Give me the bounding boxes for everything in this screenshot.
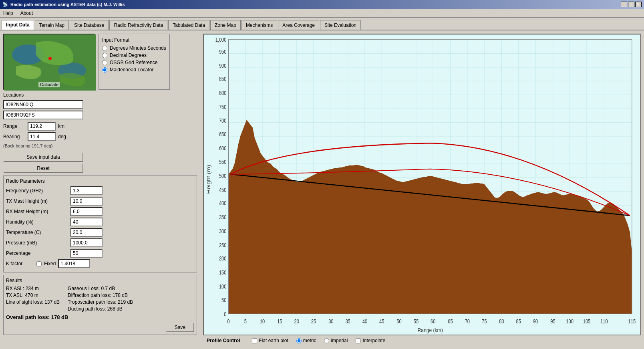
humidity-input[interactable] bbox=[70, 218, 103, 226]
svg-text:100: 100 bbox=[219, 283, 226, 290]
svg-text:450: 450 bbox=[219, 186, 226, 193]
radio-osgb[interactable]: OSGB Grid Reference bbox=[102, 60, 166, 65]
map-image[interactable]: Calculate bbox=[3, 34, 95, 90]
rx-asl: RX ASL: 234 m bbox=[6, 286, 60, 291]
kfactor-fixed-checkbox[interactable] bbox=[36, 261, 42, 266]
pressure-input[interactable] bbox=[70, 238, 103, 247]
profile-control: Profile Control Flat earth plot metric i… bbox=[203, 335, 641, 346]
svg-text:65: 65 bbox=[448, 318, 453, 325]
metric-label: metric bbox=[303, 338, 316, 343]
radio-dms[interactable]: Degrees Minutes Seconds bbox=[102, 45, 166, 51]
svg-text:Height (m): Height (m) bbox=[206, 165, 211, 194]
location2-input[interactable] bbox=[3, 111, 83, 119]
results-col-left: RX ASL: 234 m TX ASL: 470 m Line of sigh… bbox=[6, 286, 60, 312]
tab-input-data[interactable]: Input Data bbox=[2, 20, 34, 30]
radio-maidenhead[interactable]: Maidenhead Locator bbox=[102, 67, 166, 73]
tab-site-database[interactable]: Site Database bbox=[70, 20, 109, 30]
bearing-unit: deg bbox=[58, 134, 66, 139]
svg-text:15: 15 bbox=[277, 318, 282, 325]
imperial-radio[interactable] bbox=[324, 338, 329, 343]
menu-about[interactable]: About bbox=[19, 10, 34, 16]
flat-earth-checkbox[interactable] bbox=[252, 338, 257, 343]
back-bearing: (Back bearing 191.7 deg) bbox=[3, 143, 197, 148]
input-format-section: Input Format Degrees Minutes Seconds Dec… bbox=[99, 34, 170, 90]
flat-earth-option[interactable]: Flat earth plot bbox=[252, 338, 288, 343]
percentage-label: Percentage bbox=[6, 250, 68, 256]
maximize-button[interactable]: □ bbox=[628, 2, 634, 7]
svg-text:25: 25 bbox=[311, 318, 316, 325]
svg-text:750: 750 bbox=[219, 104, 226, 111]
svg-text:0: 0 bbox=[224, 311, 226, 317]
main-content: Calculate Input Format Degrees Minutes S… bbox=[0, 30, 644, 349]
radio-decimal[interactable]: Decimal Degrees bbox=[102, 52, 166, 58]
tab-tabulated-data[interactable]: Tabulated Data bbox=[168, 20, 209, 30]
interpolate-label: Interpolate bbox=[362, 338, 385, 343]
reset-button[interactable]: Reset bbox=[3, 163, 83, 173]
menu-help[interactable]: Help bbox=[2, 10, 15, 16]
range-input[interactable] bbox=[28, 122, 56, 131]
save-button[interactable]: Save bbox=[166, 323, 194, 332]
svg-text:600: 600 bbox=[219, 145, 226, 152]
temperature-row: Temperature (C) bbox=[6, 228, 194, 237]
metric-option[interactable]: metric bbox=[296, 338, 316, 343]
svg-text:250: 250 bbox=[219, 242, 226, 248]
svg-text:300: 300 bbox=[219, 228, 226, 235]
map-label: Calculate bbox=[38, 82, 60, 87]
tx-mast-input[interactable] bbox=[70, 197, 103, 206]
tx-mast-row: TX Mast Height (m) bbox=[6, 197, 194, 206]
svg-text:150: 150 bbox=[219, 269, 226, 276]
svg-text:110: 110 bbox=[600, 318, 608, 325]
svg-text:85: 85 bbox=[516, 318, 521, 325]
ducting-loss: Ducting path loss: 268 dB bbox=[68, 306, 133, 312]
radio-dms-label: Degrees Minutes Seconds bbox=[110, 45, 166, 51]
tab-zone-map[interactable]: Zone Map bbox=[210, 20, 241, 30]
svg-text:75: 75 bbox=[482, 318, 487, 325]
temperature-input[interactable] bbox=[70, 228, 103, 237]
radio-maidenhead-input[interactable] bbox=[102, 67, 107, 73]
results-section: Results RX ASL: 234 m TX ASL: 470 m Line… bbox=[3, 275, 197, 335]
overall-loss: Overall path loss: 178 dB bbox=[6, 314, 194, 320]
location1-input[interactable] bbox=[3, 100, 83, 109]
svg-text:650: 650 bbox=[219, 131, 226, 138]
radio-osgb-input[interactable] bbox=[102, 60, 107, 65]
close-button[interactable]: ✕ bbox=[635, 2, 642, 7]
svg-text:550: 550 bbox=[219, 158, 226, 165]
percentage-input[interactable] bbox=[70, 249, 103, 258]
flat-earth-label: Flat earth plot bbox=[259, 338, 288, 343]
tab-terrain-map[interactable]: Terrain Map bbox=[35, 20, 69, 30]
tab-mechanisms[interactable]: Mechanisms bbox=[242, 20, 277, 30]
save-input-button[interactable]: Save input data bbox=[3, 152, 83, 162]
diffraction-loss: Diffraction path loss: 178 dB bbox=[68, 293, 133, 298]
svg-text:50: 50 bbox=[396, 318, 401, 325]
svg-text:50: 50 bbox=[221, 297, 226, 303]
frequency-input[interactable] bbox=[70, 186, 103, 195]
rx-mast-input[interactable] bbox=[70, 207, 103, 216]
minimize-button[interactable]: _ bbox=[621, 2, 627, 7]
tab-radio-refractivity[interactable]: Radio Refractivity Data bbox=[109, 20, 167, 30]
radio-decimal-input[interactable] bbox=[102, 53, 107, 58]
interpolate-option[interactable]: Interpolate bbox=[356, 338, 385, 343]
rx-mast-row: RX Mast Height (m) bbox=[6, 207, 194, 216]
kfactor-input[interactable] bbox=[58, 259, 90, 268]
interpolate-checkbox[interactable] bbox=[356, 338, 361, 343]
tab-area-coverage[interactable]: Area Coverage bbox=[278, 20, 319, 30]
range-unit: km bbox=[58, 123, 64, 129]
humidity-label: Humidity (%) bbox=[6, 219, 68, 225]
radio-dms-input[interactable] bbox=[102, 46, 107, 51]
title-bar-buttons: _ □ ✕ bbox=[621, 2, 642, 7]
svg-text:5: 5 bbox=[244, 318, 247, 325]
left-panel: Calculate Input Format Degrees Minutes S… bbox=[0, 30, 200, 349]
tab-bar: Input Data Terrain Map Site Database Rad… bbox=[0, 18, 644, 30]
imperial-option[interactable]: imperial bbox=[324, 338, 348, 343]
svg-text:80: 80 bbox=[499, 318, 504, 325]
bearing-input[interactable] bbox=[28, 132, 56, 141]
radio-maidenhead-label: Maidenhead Locator bbox=[110, 67, 153, 73]
metric-radio[interactable] bbox=[296, 338, 302, 343]
results-grid: RX ASL: 234 m TX ASL: 470 m Line of sigh… bbox=[6, 286, 194, 312]
svg-text:0: 0 bbox=[227, 318, 229, 325]
title-bar: 📡 Radio path estimation using ASTER data… bbox=[0, 0, 644, 9]
chart-container: 0 50 100 150 200 250 300 350 400 450 500… bbox=[203, 34, 641, 335]
tab-site-evaluation[interactable]: Site Evaluation bbox=[320, 20, 361, 30]
title-bar-left: 📡 Radio path estimation using ASTER data… bbox=[2, 2, 125, 7]
svg-text:400: 400 bbox=[219, 200, 226, 207]
